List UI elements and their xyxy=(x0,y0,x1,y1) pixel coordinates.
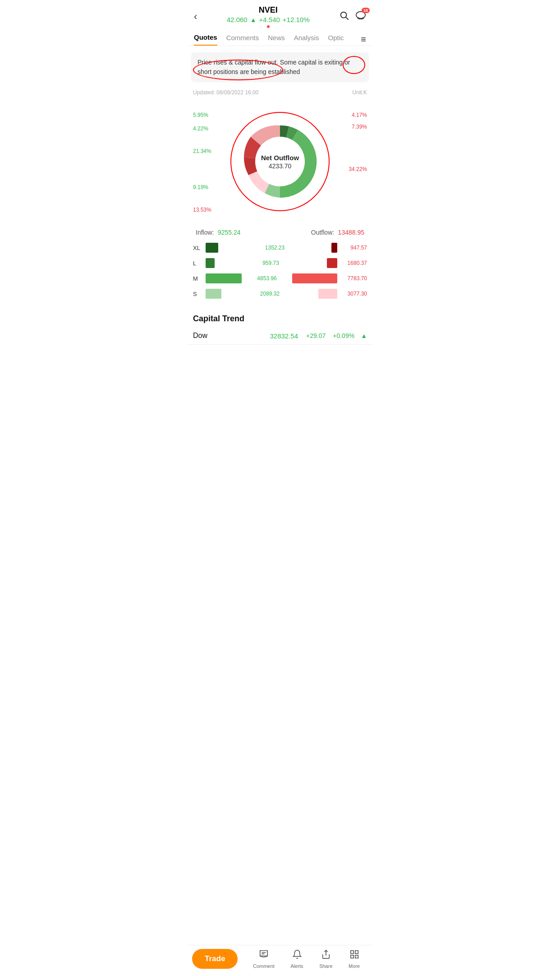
price-arrow: ▲ xyxy=(250,16,257,23)
inflow-value: 9255.24 xyxy=(218,229,241,236)
bar-size-label: XL xyxy=(193,245,203,251)
tab-news[interactable]: News xyxy=(268,34,285,45)
outflow-value: 1680.37 xyxy=(340,260,367,266)
bar-row: L959.731680.37 xyxy=(193,258,367,268)
back-button[interactable]: ‹ xyxy=(194,11,197,23)
info-banner: Price rises & capital flow out. Some cap… xyxy=(191,52,369,82)
price-percent: +12.10% xyxy=(283,16,310,23)
outflow-bar xyxy=(331,243,337,253)
updated-row: Updated: 08/08/2022 16:00 Unit:K xyxy=(187,88,373,98)
dow-price: 32832.54 xyxy=(270,332,298,340)
inflow-bar xyxy=(206,289,221,299)
unit-label: Unit:K xyxy=(352,89,367,96)
donut-center: Net Outflow 4233.70 xyxy=(261,154,299,170)
tab-optic[interactable]: Optic xyxy=(328,34,344,45)
tab-quotes[interactable]: Quotes xyxy=(194,33,217,46)
label-422: 4.22% xyxy=(193,125,208,132)
inflow-bar xyxy=(206,243,218,253)
outflow-bar xyxy=(292,273,337,283)
dow-change: +29.07 xyxy=(306,332,326,339)
bar-row: M4853.967783.70 xyxy=(193,273,367,283)
label-595: 5.95% xyxy=(193,112,208,118)
price-row: 42.060 ▲ +4.540 +12.10% xyxy=(197,16,339,23)
bar-size-label: L xyxy=(193,260,203,267)
inflow-item: Inflow: 9255.24 xyxy=(196,228,241,236)
left-labels: 5.95% 4.22% xyxy=(193,112,208,132)
dow-name: Dow xyxy=(193,332,266,340)
outflow-item: Outflow: 13488.95 xyxy=(311,228,364,236)
tabs-menu-icon[interactable]: ≡ xyxy=(361,34,366,45)
message-icon[interactable]: 16 xyxy=(355,10,366,23)
outflow-value: 947.57 xyxy=(340,245,367,251)
donut-wrapper: Net Outflow 4233.70 xyxy=(235,116,325,207)
outflow-value: 7783.70 xyxy=(340,275,367,282)
flow-summary: Inflow: 9255.24 Outflow: 13488.95 xyxy=(187,225,373,240)
net-outflow-label: Net Outflow xyxy=(261,154,299,162)
label-417: 4.17% xyxy=(352,112,367,118)
inflow-bar xyxy=(206,258,215,268)
updated-label: Updated: 08/08/2022 16:00 xyxy=(193,89,258,96)
label-1353: 13.53% xyxy=(193,207,211,213)
outflow-value: 13488.95 xyxy=(338,229,364,236)
label-739: 7.39% xyxy=(352,124,367,130)
stock-ticker: NVEI xyxy=(197,5,339,15)
tab-comments[interactable]: Comments xyxy=(226,34,259,45)
label-919: 9.19% xyxy=(193,184,208,190)
label-2134: 21.34% xyxy=(193,148,211,154)
header-icons: 16 xyxy=(339,10,366,23)
inflow-value: 2089.32 xyxy=(224,291,316,297)
inflow-bar xyxy=(206,273,242,283)
tab-analysis[interactable]: Analysis xyxy=(294,34,319,45)
svg-line-1 xyxy=(346,17,348,19)
info-text: Price rises & capital flow out. Some cap… xyxy=(197,59,350,75)
inflow-value: 959.73 xyxy=(217,260,324,266)
price-value: 42.060 xyxy=(227,16,248,23)
label-3422: 34.22% xyxy=(349,166,367,172)
net-outflow-value: 4233.70 xyxy=(261,162,299,170)
inflow-value: 1352.23 xyxy=(221,245,329,251)
dow-direction: ▲ xyxy=(361,332,367,339)
bar-size-label: M xyxy=(193,275,203,282)
outflow-bar xyxy=(327,258,337,268)
capital-trend-title: Capital Trend xyxy=(187,307,373,327)
price-change: +4.540 xyxy=(259,16,280,23)
bar-chart: XL1352.23947.57L959.731680.37M4853.96778… xyxy=(187,240,373,307)
outflow-value: 3077.30 xyxy=(340,291,367,297)
search-icon[interactable] xyxy=(339,10,349,23)
inflow-value: 4853.96 xyxy=(244,275,289,282)
dot-indicator xyxy=(267,25,270,28)
header: ‹ NVEI 42.060 ▲ +4.540 +12.10% 16 xyxy=(187,0,373,28)
dow-pct: +0.09% xyxy=(333,332,354,339)
message-badge: 16 xyxy=(362,8,370,13)
right-labels: 4.17% 7.39% xyxy=(352,112,367,130)
bar-row: XL1352.23947.57 xyxy=(193,243,367,253)
bar-row: S2089.323077.30 xyxy=(193,289,367,299)
header-center: NVEI 42.060 ▲ +4.540 +12.10% xyxy=(197,5,339,28)
dow-row[interactable]: Dow 32832.54 +29.07 +0.09% ▲ xyxy=(187,327,373,345)
tabs: Quotes Comments News Analysis Optic ≡ xyxy=(187,30,373,46)
outflow-bar xyxy=(318,289,337,299)
bar-size-label: S xyxy=(193,291,203,297)
donut-chart-area: 5.95% 4.22% 21.34% 9.19% 13.53% 4.17% 7.… xyxy=(187,98,373,225)
